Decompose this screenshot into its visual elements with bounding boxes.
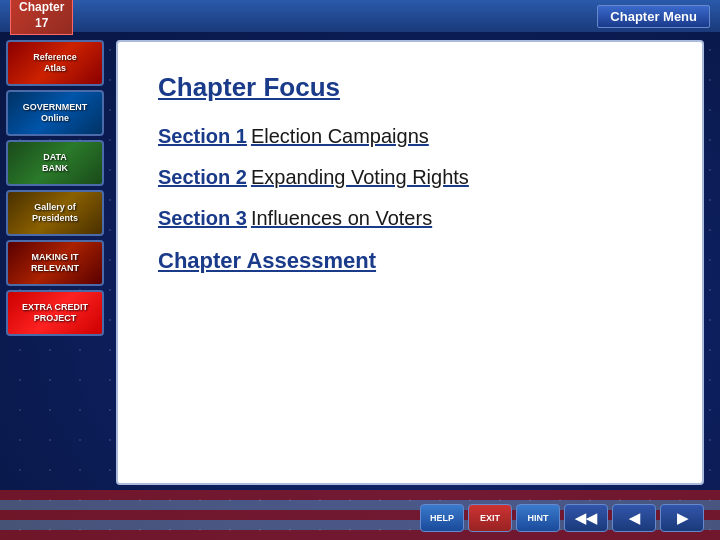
sidebar-label-extra-credit: EXTRA CREDIT PROJECT xyxy=(22,302,88,324)
sidebar-label-reference-atlas: Reference Atlas xyxy=(33,52,77,74)
next-button[interactable]: ▶ xyxy=(660,504,704,532)
sidebar-item-gov-online[interactable]: GOVERNMENT Online xyxy=(6,90,104,136)
bottom-navigation: HELP EXIT HINT ◀◀ ◀ ▶ xyxy=(420,504,704,532)
sidebar-label-data-bank: DATA BANK xyxy=(42,152,68,174)
chapter-menu-button[interactable]: Chapter Menu xyxy=(597,5,710,28)
chapter-number: Chapter 17 xyxy=(10,0,73,35)
previous-button[interactable]: ◀ xyxy=(612,504,656,532)
help-button[interactable]: HELP xyxy=(420,504,464,532)
section-1-description: Election Campaigns xyxy=(251,125,429,148)
chapter-focus-title[interactable]: Chapter Focus xyxy=(158,72,662,103)
main-content-panel: Chapter Focus Section 1 Election Campaig… xyxy=(116,40,704,485)
sidebar-item-data-bank[interactable]: DATA BANK xyxy=(6,140,104,186)
back-arrow-icon: ◀◀ xyxy=(575,510,597,526)
section-2-description: Expanding Voting Rights xyxy=(251,166,469,189)
next-arrow-icon: ▶ xyxy=(677,510,688,526)
section-1-label: Section 1 xyxy=(158,125,247,148)
section-3-item[interactable]: Section 3 Influences on Voters xyxy=(158,207,662,230)
section-3-description: Influences on Voters xyxy=(251,207,432,230)
section-2-item[interactable]: Section 2 Expanding Voting Rights xyxy=(158,166,662,189)
sidebar-label-gallery: Gallery of Presidents xyxy=(32,202,78,224)
back-to-start-button[interactable]: ◀◀ xyxy=(564,504,608,532)
sidebar-item-reference-atlas[interactable]: Reference Atlas xyxy=(6,40,104,86)
sidebar-label-gov-online: GOVERNMENT Online xyxy=(23,102,88,124)
section-2-label: Section 2 xyxy=(158,166,247,189)
sidebar-item-gallery[interactable]: Gallery of Presidents xyxy=(6,190,104,236)
sidebar-item-making-relevant[interactable]: MAKING IT RELEVANT xyxy=(6,240,104,286)
section-1-item[interactable]: Section 1 Election Campaigns xyxy=(158,125,662,148)
section-3-label: Section 3 xyxy=(158,207,247,230)
top-bar: Chapter 17 Chapter Menu xyxy=(0,0,720,32)
prev-arrow-icon: ◀ xyxy=(629,510,640,526)
sidebar-item-extra-credit[interactable]: EXTRA CREDIT PROJECT xyxy=(6,290,104,336)
sidebar: Reference Atlas GOVERNMENT Online DATA B… xyxy=(0,32,110,540)
exit-button[interactable]: EXIT xyxy=(468,504,512,532)
hint-button[interactable]: HINT xyxy=(516,504,560,532)
chapter-assessment-item[interactable]: Chapter Assessment xyxy=(158,248,662,274)
sidebar-label-making-relevant: MAKING IT RELEVANT xyxy=(31,252,79,274)
